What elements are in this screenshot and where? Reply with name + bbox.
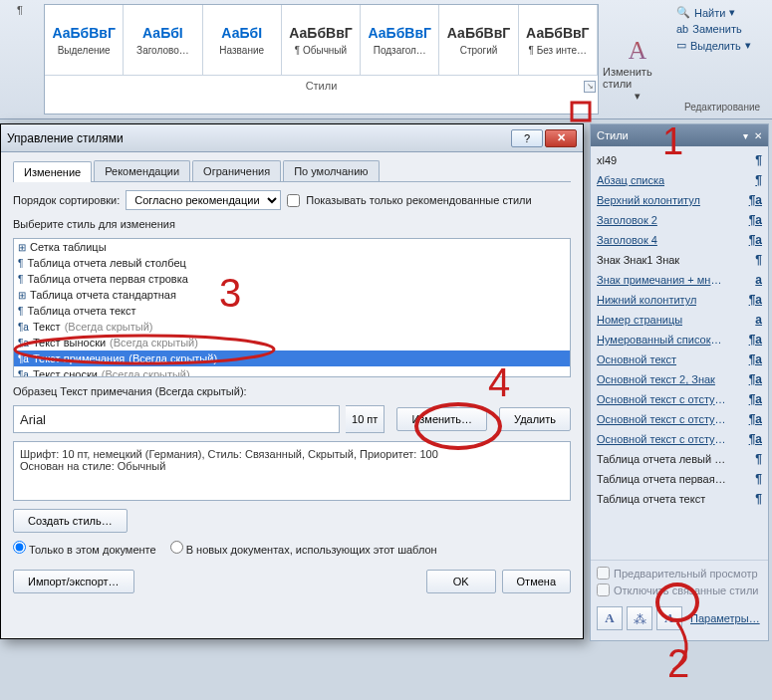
font-size-button[interactable]: 10 пт (346, 405, 385, 433)
styles-pane-item[interactable]: Основной текст¶a (593, 350, 766, 369)
style-gallery-group: АаБбВвГВыделениеАаБбІЗаголово…АаБбІНазва… (44, 4, 599, 115)
dialog-titlebar[interactable]: Управление стилями ? ✕ (1, 124, 583, 152)
dialog-tab[interactable]: Рекомендации (94, 160, 190, 181)
styles-launcher-icon[interactable]: ↘ (584, 81, 596, 93)
sample-label: Образец Текст примечания (Всегда скрытый… (13, 385, 571, 397)
styles-pane-item[interactable]: Номер страницыa (593, 310, 766, 330)
cancel-button[interactable]: Отмена (502, 570, 571, 593)
styles-pane-item[interactable]: Нумерованный список_1 уро¶a (593, 330, 766, 350)
style-list-item[interactable]: ¶aТекст сноски (Всегда скрытый) (14, 366, 570, 377)
radio-this-doc[interactable]: Только в этом документе (13, 541, 156, 556)
dialog-tab[interactable]: Ограничения (192, 160, 281, 181)
manage-styles-button[interactable]: A (656, 606, 682, 630)
styles-pane-item[interactable]: Знак примечания + многоуровневый, Слева:… (593, 270, 766, 290)
style-gallery-item[interactable]: АаБбВвГВыделение (45, 5, 124, 75)
find-button[interactable]: 🔍Найти▾ (676, 6, 768, 19)
style-gallery-item[interactable]: АаБбВвГПодзагол… (361, 5, 439, 75)
style-list-item[interactable]: ⊞Таблица отчета стандартная (14, 287, 570, 303)
styles-pane-item[interactable]: Заголовок 2¶a (593, 210, 766, 230)
disable-linked-checkbox[interactable]: Отключить связанные стили (597, 583, 762, 596)
new-style-icon: A (605, 610, 614, 626)
paragraph-mark-button[interactable]: ¶ (4, 4, 36, 16)
style-inspector-button[interactable]: ⁂ (627, 606, 652, 630)
style-label: Название (219, 45, 264, 56)
styles-pane-item[interactable]: Основной текст с отступо¶a (593, 389, 766, 409)
styles-pane-item[interactable]: Таблица отчета текст¶ (593, 489, 766, 509)
style-sample: АаБбВвГ (289, 25, 352, 41)
style-gallery-item[interactable]: АаБбВвГСтрогий (439, 5, 518, 75)
manage-styles-dialog: Управление стилями ? ✕ ИзменениеРекоменд… (0, 123, 584, 639)
replace-button[interactable]: abЗаменить (676, 23, 768, 35)
radio-new-docs[interactable]: В новых документах, использующих этот ша… (170, 541, 437, 556)
ok-button[interactable]: OK (426, 570, 496, 593)
style-sample: АаБбВвГ (447, 25, 510, 41)
styles-pane-item[interactable]: Основной текст с отступо¶a (593, 429, 766, 449)
style-list-item[interactable]: ¶aТекст выноски (Всегда скрытый) (14, 335, 570, 350)
manage-styles-icon: A (665, 610, 674, 626)
import-export-button[interactable]: Импорт/экспорт… (13, 570, 134, 593)
only-recommended-checkbox[interactable]: Показывать только рекомендованные стили (287, 194, 531, 207)
style-label: Выделение (58, 45, 111, 56)
style-list-item[interactable]: ¶aТекст примечания (Всегда скрытый) (14, 350, 570, 366)
change-styles-icon: A (629, 36, 647, 66)
params-link[interactable]: Параметры… (690, 612, 760, 624)
style-sample: АаБбВвГ (369, 25, 431, 41)
delete-button[interactable]: Удалить (499, 407, 571, 431)
choose-style-label: Выберите стиль для изменения (13, 218, 571, 230)
style-label: Строгий (460, 45, 498, 56)
styles-pane: Стили ▾ ✕ xl49¶Абзац списка¶Верхний коло… (590, 123, 769, 641)
sort-select[interactable]: Согласно рекомендации (126, 190, 281, 210)
pane-dropdown-icon[interactable]: ▾ (743, 130, 748, 141)
style-gallery-item[interactable]: АаБбВвГ¶ Без инте… (519, 5, 598, 75)
style-sample: АаБбІ (142, 25, 183, 41)
sample-font-display: Arial (13, 405, 340, 433)
ribbon: ¶ АаБбВвГВыделениеАаБбІЗаголово…АаБбІНаз… (0, 0, 772, 119)
style-listbox[interactable]: ⊞Сетка таблицы ¶Таблица отчета левый сто… (13, 238, 571, 377)
style-list-item[interactable]: ¶aТекст (Всегда скрытый) (14, 319, 570, 335)
styles-pane-item[interactable]: Таблица отчета левый стл¶ (593, 449, 766, 469)
style-description: Шрифт: 10 пт, немецкий (Германия), Стиль… (13, 441, 571, 501)
styles-pane-item[interactable]: Заголовок 4¶a (593, 230, 766, 250)
help-button[interactable]: ? (511, 129, 543, 147)
style-list-item[interactable]: ¶Таблица отчета левый столбец (14, 255, 570, 271)
style-sample: АаБбІ (221, 25, 262, 41)
dialog-title: Управление стилями (7, 131, 509, 145)
style-list-item[interactable]: ¶Таблица отчета текст (14, 303, 570, 319)
pane-close-icon[interactable]: ✕ (754, 130, 762, 141)
styles-group-caption: Стили ↘ (45, 75, 598, 95)
dialog-tab[interactable]: Изменение (13, 161, 92, 182)
style-list-item[interactable]: ¶Таблица отчета первая стровка (14, 271, 570, 287)
select-button[interactable]: ▭Выделить▾ (676, 39, 768, 52)
svg-text:2: 2 (667, 641, 689, 685)
style-sample: АаБбВвГ (526, 25, 589, 41)
styles-pane-item[interactable]: Верхний колонтитул¶a (593, 190, 766, 210)
styles-pane-item[interactable]: Знак Знак1 Знак¶ (593, 250, 766, 270)
styles-pane-item[interactable]: xl49¶ (593, 150, 766, 170)
preview-checkbox[interactable]: Предварительный просмотр (597, 567, 762, 580)
change-styles-button[interactable]: A Изменить стили▾ (603, 0, 672, 118)
close-button[interactable]: ✕ (545, 129, 577, 147)
styles-pane-title[interactable]: Стили ▾ ✕ (591, 124, 768, 146)
style-gallery-item[interactable]: АаБбІНазвание (203, 5, 282, 75)
styles-pane-item[interactable]: Основной текст с отступо¶a (593, 409, 766, 429)
style-list-item[interactable]: ⊞Сетка таблицы (14, 239, 570, 255)
style-sample: АаБбВвГ (52, 25, 115, 41)
inspector-icon: ⁂ (634, 611, 646, 626)
replace-icon: ab (676, 23, 688, 35)
sort-label: Порядок сортировки: (13, 194, 120, 206)
styles-pane-item[interactable]: Основной текст 2, Знак¶a (593, 369, 766, 389)
style-label: ¶ Обычный (295, 45, 347, 56)
style-gallery-item[interactable]: АаБбВвГ¶ Обычный (282, 5, 361, 75)
dialog-tab[interactable]: По умолчанию (283, 160, 379, 181)
style-gallery-item[interactable]: АаБбІЗаголово… (124, 5, 202, 75)
styles-pane-item[interactable]: Нижний колонтитул¶a (593, 290, 766, 310)
editing-group: 🔍Найти▾ abЗаменить ▭Выделить▾ Редактиров… (672, 0, 772, 118)
styles-pane-item[interactable]: Таблица отчета первая ст¶ (593, 469, 766, 489)
create-style-button[interactable]: Создать стиль… (13, 509, 128, 533)
modify-button[interactable]: Изменить… (396, 407, 487, 431)
styles-pane-item[interactable]: Абзац списка¶ (593, 170, 766, 190)
style-gallery[interactable]: АаБбВвГВыделениеАаБбІЗаголово…АаБбІНазва… (45, 5, 598, 75)
new-style-button[interactable]: A (597, 606, 623, 630)
styles-pane-list[interactable]: xl49¶Абзац списка¶Верхний колонтитул¶aЗа… (591, 146, 768, 560)
style-label: ¶ Без инте… (529, 45, 588, 56)
